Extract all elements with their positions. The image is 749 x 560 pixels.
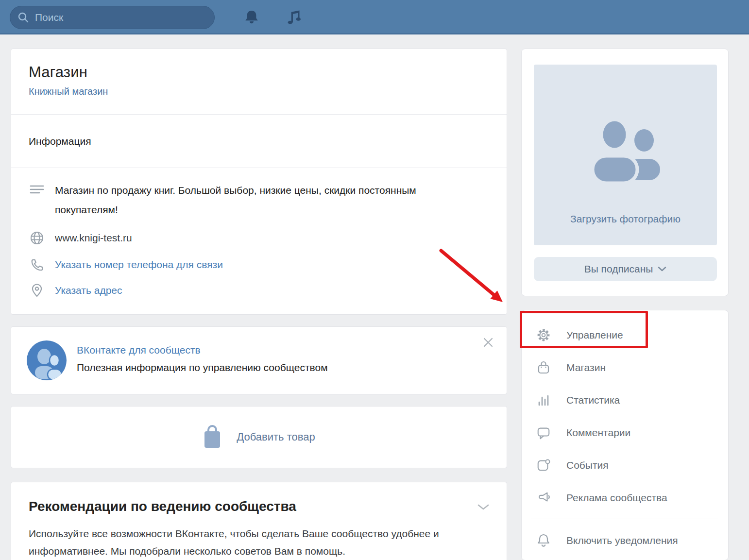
upload-photo-area[interactable]: Загрузить фотографию: [534, 65, 717, 245]
two-people-icon: [579, 115, 672, 195]
chevron-down-icon: [658, 266, 666, 272]
subscribed-button-label: Вы подписаны: [584, 263, 653, 275]
address-row: Указать адрес: [29, 283, 489, 298]
notifications-bell-icon[interactable]: [243, 9, 260, 26]
search-box[interactable]: [10, 6, 215, 29]
recommendations-body: Используйте все возможности ВКонтакте, ч…: [29, 525, 489, 560]
menu-item-label: Комментарии: [566, 427, 630, 439]
add-product-button[interactable]: Добавить товар: [11, 406, 507, 468]
website-link[interactable]: www.knigi-test.ru: [55, 232, 132, 244]
menu-item-market[interactable]: Магазин: [522, 351, 728, 384]
phone-icon: [29, 257, 45, 272]
phone-row: Указать номер телефона для связи: [29, 257, 489, 272]
music-icon[interactable]: [284, 9, 302, 26]
menu-item-label: Магазин: [566, 362, 606, 373]
community-category: Книжный магазин: [29, 86, 489, 97]
globe-icon: [29, 230, 45, 246]
menu-item-statistics[interactable]: Статистика: [522, 384, 728, 416]
community-info-card: Магазин Книжный магазин Информация Магаз…: [11, 49, 507, 315]
vk-for-communities-card: ВКонтакте для сообществ Полезная информа…: [11, 326, 507, 394]
menu-item-notifications[interactable]: Включить уведомления: [522, 524, 728, 557]
website-row: www.knigi-test.ru: [29, 230, 489, 246]
info-section-header: Информация: [11, 115, 507, 168]
vk-community-page: Магазин Книжный магазин Информация Магаз…: [0, 0, 749, 560]
bar-chart-icon: [536, 393, 551, 407]
location-pin-icon: [29, 283, 45, 298]
comment-bubble-icon: [536, 425, 551, 441]
bell-outline-icon: [536, 533, 551, 548]
shopping-bag-filled-icon: [203, 424, 222, 450]
recommendations-title: Рекомендации по ведению сообщества: [29, 499, 489, 514]
add-product-label: Добавить товар: [237, 431, 315, 443]
chevron-down-icon[interactable]: [477, 503, 490, 513]
close-icon[interactable]: [482, 337, 494, 350]
promo-subtitle: Полезная информация по управлению сообще…: [77, 362, 328, 373]
menu-item-label: Статистика: [566, 394, 620, 406]
menu-item-label: Реклама сообщества: [566, 492, 667, 504]
community-photo-card: Загрузить фотографию Вы подписаны: [521, 49, 729, 296]
upload-photo-label[interactable]: Загрузить фотографию: [534, 213, 717, 225]
info-section-body: Магазин по продажу книг. Большой выбор, …: [11, 168, 507, 298]
recommendations-card: Рекомендации по ведению сообщества Испол…: [11, 482, 507, 560]
community-description: Магазин по продажу книг. Большой выбор, …: [55, 181, 453, 220]
description-row: Магазин по продажу книг. Большой выбор, …: [29, 181, 489, 220]
menu-item-label: События: [566, 459, 609, 471]
menu-item-ads[interactable]: Реклама сообщества: [522, 481, 728, 514]
community-people-icon[interactable]: [27, 340, 67, 380]
menu-item-manage[interactable]: Управление: [522, 319, 728, 351]
menu-item-comments[interactable]: Комментарии: [522, 416, 728, 449]
menu-item-label: Управление: [566, 329, 623, 341]
menu-divider: [531, 519, 718, 519]
search-icon: [17, 12, 29, 23]
top-navigation-bar: [0, 0, 749, 34]
community-header: Магазин Книжный магазин: [11, 49, 507, 115]
event-icon: [536, 458, 551, 473]
search-input[interactable]: [35, 12, 190, 23]
community-admin-menu: Управление Магазин: [521, 310, 729, 560]
menu-item-events[interactable]: События: [522, 449, 728, 481]
shopping-bag-icon: [536, 360, 551, 375]
gear-icon: [536, 327, 551, 343]
page-title: Магазин: [29, 64, 489, 81]
promo-title-link[interactable]: ВКонтакте для сообществ: [77, 344, 201, 356]
add-phone-link[interactable]: Указать номер телефона для связи: [55, 259, 223, 271]
megaphone-icon: [536, 491, 551, 505]
subscribed-button[interactable]: Вы подписаны: [534, 257, 717, 281]
add-address-link[interactable]: Указать адрес: [55, 285, 122, 296]
text-lines-icon: [29, 182, 45, 197]
menu-item-label: Включить уведомления: [566, 535, 678, 546]
